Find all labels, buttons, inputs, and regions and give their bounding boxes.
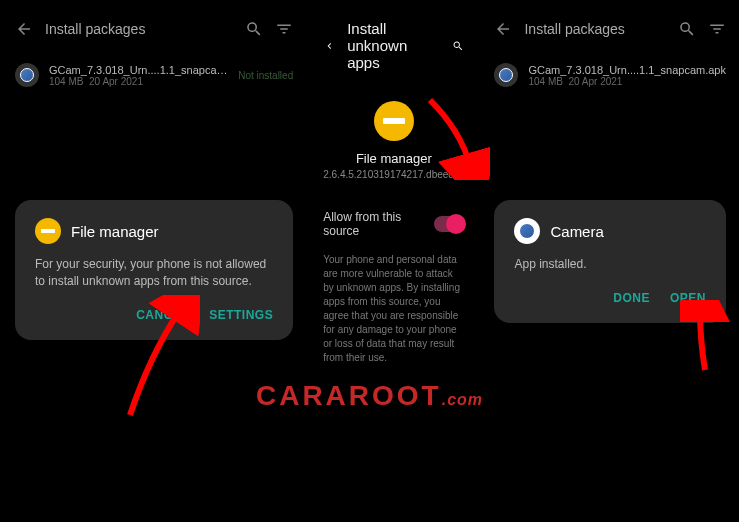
search-icon[interactable]: [452, 37, 464, 55]
camera-icon: [514, 218, 540, 244]
dialog-body: For your security, your phone is not all…: [35, 256, 273, 290]
allow-source-row: Allow from this source: [323, 210, 464, 238]
cancel-button[interactable]: CANCEL: [136, 308, 189, 322]
app-version: 2.6.4.5.210319174217.dbeec54: [323, 169, 464, 180]
status-badge: Not installed: [238, 70, 293, 81]
watermark: CARAROOT.com: [256, 380, 483, 412]
page-title-left: Install packages: [45, 21, 233, 37]
done-button[interactable]: DONE: [613, 291, 650, 305]
topbar-right: Install packages: [494, 20, 726, 38]
app-info: File manager 2.6.4.5.210319174217.dbeec5…: [323, 101, 464, 180]
warning-text: Your phone and personal data are more vu…: [323, 253, 464, 365]
apk-filename: GCam_7.3.018_Urn....1.1_snapcam.apk: [49, 64, 228, 76]
apk-item[interactable]: GCam_7.3.018_Urn....1.1_snapcam.apk 104 …: [494, 63, 726, 87]
filter-icon[interactable]: [708, 20, 726, 38]
search-icon[interactable]: [678, 20, 696, 38]
apk-item[interactable]: GCam_7.3.018_Urn....1.1_snapcam.apk 104 …: [15, 63, 293, 87]
open-button[interactable]: OPEN: [670, 291, 706, 305]
filter-icon[interactable]: [275, 20, 293, 38]
apk-meta: 104 MB 20 Apr 2021: [49, 76, 228, 87]
toggle-label: Allow from this source: [323, 210, 434, 238]
page-title-mid: Install unknown apps: [347, 20, 440, 71]
dialog-title: Camera: [550, 223, 603, 240]
page-title-right: Install packages: [524, 21, 666, 37]
topbar-mid: Install unknown apps: [323, 20, 464, 71]
apk-icon: [494, 63, 518, 87]
back-icon[interactable]: [494, 20, 512, 38]
install-success-dialog: Camera App installed. DONE OPEN: [494, 200, 726, 323]
topbar-left: Install packages: [15, 20, 293, 38]
back-icon[interactable]: [15, 20, 33, 38]
dialog-title: File manager: [71, 223, 159, 240]
apk-filename: GCam_7.3.018_Urn....1.1_snapcam.apk: [528, 64, 726, 76]
dialog-body: App installed.: [514, 256, 706, 273]
search-icon[interactable]: [245, 20, 263, 38]
settings-button[interactable]: SETTINGS: [209, 308, 273, 322]
folder-icon: [35, 218, 61, 244]
app-name: File manager: [323, 151, 464, 166]
install-blocked-dialog: File manager For your security, your pho…: [15, 200, 293, 340]
folder-icon: [374, 101, 414, 141]
apk-icon: [15, 63, 39, 87]
back-icon[interactable]: [323, 37, 335, 55]
apk-meta: 104 MB 20 Apr 2021: [528, 76, 726, 87]
allow-source-toggle[interactable]: [434, 216, 464, 232]
